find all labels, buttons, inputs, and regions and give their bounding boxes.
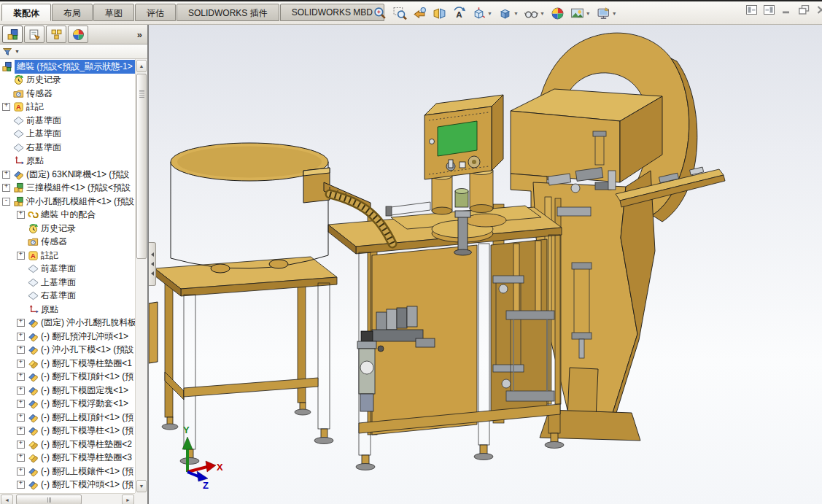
model-canvas[interactable]: Y X Z: [149, 25, 822, 504]
featuremanager-tab[interactable]: [2, 26, 23, 43]
expand-icon[interactable]: +: [17, 373, 25, 381]
tree-item[interactable]: +總裝 中的配合: [0, 209, 135, 222]
tree-item[interactable]: +(-) 翻孔預沖孔沖頭<1>: [0, 330, 135, 344]
expand-icon[interactable]: +: [17, 333, 25, 341]
expand-icon[interactable]: +: [17, 454, 25, 462]
tree-item[interactable]: 历史记录: [0, 222, 135, 236]
dropdown-caret-icon[interactable]: ▼: [612, 11, 617, 16]
tree-item[interactable]: +(-) 翻孔上模鑲件<1> (預: [0, 465, 135, 478]
expand-icon[interactable]: +: [2, 171, 10, 179]
tree-item[interactable]: +(-) 翻孔下模導柱墊圈<3: [0, 451, 135, 465]
display-style-button[interactable]: ▼: [495, 4, 521, 23]
panel-overflow-button[interactable]: »: [137, 29, 142, 40]
dropdown-caret-icon[interactable]: ▼: [513, 11, 519, 16]
section-view-button[interactable]: [430, 4, 449, 23]
part-icon: [28, 466, 39, 477]
tab-sketch[interactable]: 草图: [93, 4, 134, 21]
tree-item[interactable]: 前基準面: [0, 263, 135, 276]
zoom-to-fit-button[interactable]: [371, 4, 390, 23]
tree-item[interactable]: +(-) 翻孔下模頂針<1> (預: [0, 371, 135, 384]
pane-toggle-left-icon[interactable]: [746, 5, 757, 15]
close-icon[interactable]: [816, 5, 822, 15]
expand-icon[interactable]: +: [17, 414, 25, 422]
scroll-down-button[interactable]: ▼: [136, 480, 147, 492]
vertical-scroll-thumb[interactable]: [136, 74, 147, 259]
tree-item[interactable]: +(-) 翻孔下模導柱<1> (預: [0, 424, 135, 438]
zoom-to-area-button[interactable]: [390, 4, 410, 23]
tab-assembly[interactable]: 装配体: [1, 4, 51, 21]
tree-item[interactable]: +註記: [0, 249, 135, 263]
tree-item[interactable]: +(-) 翻孔下模導柱墊圈<2: [0, 438, 135, 451]
tree-item[interactable]: 前基準面: [0, 114, 135, 128]
apply-scene-button[interactable]: ▼: [567, 4, 594, 23]
dropdown-caret-icon[interactable]: ▼: [540, 11, 545, 16]
tree-item[interactable]: 右基準面: [0, 141, 135, 155]
tab-layout[interactable]: 布局: [52, 4, 93, 21]
tab-solidworks-addins[interactable]: SOLIDWORKS 插件: [177, 4, 279, 21]
configurationmanager-tab[interactable]: [46, 26, 66, 43]
scroll-up-button[interactable]: ▲: [136, 60, 147, 72]
pane-toggle-right-icon[interactable]: [764, 5, 775, 15]
bowl-feeder: [171, 143, 371, 273]
tree-item[interactable]: 原點: [0, 155, 135, 168]
filter-caret-icon[interactable]: ▼: [15, 49, 20, 54]
expand-icon[interactable]: +: [17, 252, 25, 260]
expand-icon[interactable]: +: [17, 319, 25, 327]
restore-icon[interactable]: [799, 5, 810, 15]
tree-root-item[interactable]: 總裝 (預設<預設_顯示狀態-1>: [0, 60, 135, 74]
expand-icon[interactable]: +: [2, 184, 10, 192]
filter-icon[interactable]: [2, 47, 12, 57]
scroll-right-button[interactable]: ►: [122, 495, 134, 504]
expand-icon[interactable]: +: [17, 400, 25, 408]
tree-item[interactable]: +(-) 翻孔下模導柱墊圈<1: [0, 357, 135, 371]
expand-icon[interactable]: +: [17, 468, 25, 476]
previous-view-button[interactable]: [410, 4, 430, 23]
tree-item[interactable]: 上基準面: [0, 276, 135, 290]
view-orientation-button[interactable]: ▼: [469, 4, 495, 23]
tree-item[interactable]: 右基準面: [0, 290, 135, 303]
expand-icon[interactable]: +: [17, 441, 25, 449]
tree-item[interactable]: +(固定) 63KN啤機<1> (預設: [0, 168, 135, 182]
expand-icon[interactable]: +: [17, 481, 25, 489]
panel-splitter-handle[interactable]: [149, 242, 156, 286]
tab-solidworks-mbd[interactable]: SOLIDWORKS MBD: [280, 4, 384, 21]
dropdown-caret-icon[interactable]: ▼: [487, 11, 492, 16]
tree-item[interactable]: 传感器: [0, 236, 135, 249]
tree-item[interactable]: +三撞模組件<1> (預設<預設: [0, 182, 135, 195]
tree-item[interactable]: +(-) 翻孔上模頂針<1> (預: [0, 411, 135, 424]
horizontal-scroll-thumb[interactable]: [16, 495, 82, 504]
edit-appearance-button[interactable]: [548, 4, 567, 23]
tree-item[interactable]: +(-) 翻孔下模沖頭<1> (預: [0, 478, 135, 492]
tree-item[interactable]: +(-) 翻孔下模浮動套<1>: [0, 398, 135, 411]
graphics-viewport[interactable]: Y X Z: [149, 25, 822, 504]
tree-item[interactable]: 上基準面: [0, 128, 135, 141]
part-icon: [28, 398, 39, 409]
displaymanager-tab[interactable]: [68, 26, 88, 43]
tree-item[interactable]: +(-) 沖小孔下模<1> (預設: [0, 344, 135, 357]
tab-evaluate[interactable]: 评估: [135, 4, 176, 21]
tree-item[interactable]: 原點: [0, 303, 135, 317]
tree-item[interactable]: 历史记录: [0, 74, 135, 88]
scroll-left-button[interactable]: ◄: [1, 495, 13, 504]
hide-show-items-button[interactable]: ▼: [521, 4, 548, 23]
expand-icon[interactable]: +: [17, 211, 25, 219]
view-settings-button[interactable]: ▼: [594, 4, 620, 23]
tree-item[interactable]: -沖小孔翻孔模組件<1> (預設: [0, 195, 135, 209]
tree-item[interactable]: +(-) 翻孔下模固定塊<1>: [0, 384, 135, 398]
tree-vertical-scrollbar[interactable]: ▲ ▼: [135, 59, 147, 493]
expand-icon[interactable]: +: [17, 427, 25, 435]
expand-icon[interactable]: +: [17, 360, 25, 368]
propertymanager-tab[interactable]: [24, 26, 44, 43]
tree-item[interactable]: 传感器: [0, 87, 135, 101]
tree-item[interactable]: +(固定) 沖小孔翻孔脫料板: [0, 317, 135, 330]
expand-icon[interactable]: +: [2, 103, 10, 111]
dropdown-caret-icon[interactable]: ▼: [586, 11, 591, 16]
collapse-icon[interactable]: -: [2, 198, 10, 206]
minimize-icon[interactable]: [781, 5, 792, 15]
expand-icon[interactable]: +: [17, 387, 25, 395]
expand-icon[interactable]: +: [17, 346, 25, 354]
section-view-icon: [433, 7, 446, 20]
tree-item[interactable]: +註記: [0, 101, 135, 115]
tree-horizontal-scrollbar[interactable]: ◄ ►: [0, 493, 135, 504]
dynamic-annotation-views-button[interactable]: [449, 4, 469, 23]
